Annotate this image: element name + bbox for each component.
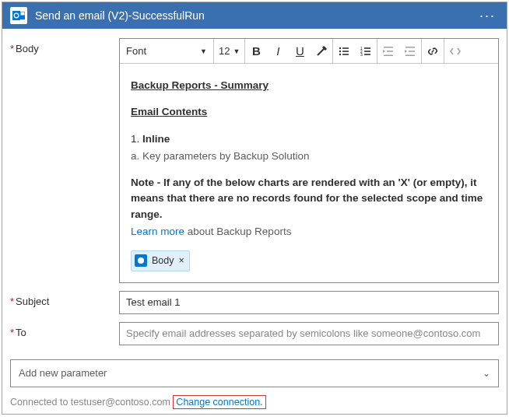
body-field-row: *Body Font▼ 12▼ — [10, 38, 499, 283]
to-input[interactable] — [119, 322, 499, 345]
card-title: Send an email (V2)-SuccessfulRun — [35, 9, 476, 22]
connected-user: testuser@contoso.com — [71, 397, 170, 408]
text-color-button[interactable] — [311, 39, 332, 63]
outlook-icon — [10, 7, 27, 24]
svg-point-8 — [339, 53, 341, 54]
svg-point-4 — [339, 47, 341, 48]
svg-rect-11 — [364, 47, 370, 49]
bullet-list-button[interactable] — [333, 39, 355, 63]
svg-rect-21 — [405, 54, 415, 56]
font-family-select[interactable]: Font▼ — [120, 39, 213, 63]
to-label: *To — [10, 322, 119, 338]
svg-rect-20 — [409, 51, 415, 52]
dynamic-content-token[interactable]: Body × — [131, 250, 190, 271]
svg-rect-18 — [384, 54, 393, 56]
link-button[interactable] — [422, 39, 444, 63]
card-header[interactable]: Send an email (V2)-SuccessfulRun ··· — [2, 2, 507, 29]
svg-point-6 — [339, 50, 341, 51]
underline-button[interactable]: U — [289, 39, 311, 63]
subject-input[interactable] — [119, 291, 499, 314]
svg-rect-9 — [342, 54, 349, 55]
token-label: Body — [152, 254, 174, 268]
chevron-down-icon: ▼ — [200, 47, 207, 55]
card-body: *Body Font▼ 12▼ — [2, 29, 507, 356]
add-parameter-label: Add new parameter — [19, 367, 107, 379]
token-icon — [135, 254, 147, 267]
rich-text-editor[interactable]: Font▼ 12▼ B I U — [119, 38, 499, 283]
token-remove-button[interactable]: × — [179, 254, 184, 268]
connection-footer: Connected to testuser@contoso.com Change… — [2, 394, 507, 414]
svg-text:3: 3 — [360, 52, 363, 57]
italic-button[interactable]: I — [267, 39, 289, 63]
editor-content-area[interactable]: Backup Reports - Summary Email Contents … — [120, 64, 498, 282]
content-title: Backup Reports - Summary — [131, 79, 269, 91]
subject-field-row: *Subject — [10, 291, 499, 314]
svg-rect-17 — [387, 51, 393, 52]
code-view-button[interactable] — [444, 39, 466, 63]
add-parameter-select[interactable]: Add new parameter ⌄ — [10, 359, 499, 387]
chevron-down-icon: ▼ — [233, 47, 240, 55]
change-connection-link[interactable]: Change connection. — [173, 395, 265, 409]
editor-toolbar: Font▼ 12▼ B I U — [120, 39, 498, 64]
learn-more-line: Learn more about Backup Reports — [131, 224, 487, 240]
body-label: *Body — [10, 38, 119, 54]
to-field-row: *To — [10, 322, 499, 345]
action-card: Send an email (V2)-SuccessfulRun ··· *Bo… — [2, 2, 507, 415]
content-subline: a. Key parameters by Backup Solution — [131, 149, 487, 164]
indent-button[interactable] — [399, 39, 421, 63]
svg-rect-13 — [364, 51, 370, 52]
chevron-down-icon: ⌄ — [483, 368, 490, 379]
svg-rect-0 — [12, 11, 20, 20]
numbered-list-button[interactable]: 123 — [355, 39, 377, 63]
font-size-select[interactable]: 12▼ — [214, 39, 244, 63]
svg-rect-2 — [21, 12, 25, 16]
learn-more-link[interactable]: Learn more — [131, 226, 184, 237]
svg-rect-19 — [405, 47, 415, 48]
contents-heading: Email Contents — [131, 106, 207, 117]
bold-button[interactable]: B — [245, 39, 267, 63]
outdent-button[interactable] — [377, 39, 399, 63]
subject-label: *Subject — [10, 291, 119, 307]
svg-rect-7 — [342, 51, 349, 52]
svg-rect-5 — [342, 47, 349, 49]
svg-rect-16 — [384, 47, 393, 48]
svg-rect-15 — [364, 54, 370, 55]
note-text: Note - If any of the below charts are re… — [131, 175, 487, 222]
content-line: 1. Inline — [131, 131, 487, 147]
more-menu-button[interactable]: ··· — [476, 8, 499, 24]
